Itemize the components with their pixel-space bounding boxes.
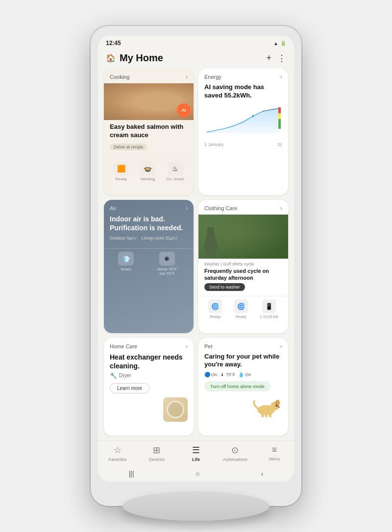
- pet-visual: [198, 391, 288, 422]
- cooking-text: Easy baked salmon with cream sauce Delve…: [104, 120, 194, 158]
- clothing-appliance-icon-1: 🌀: [208, 299, 222, 313]
- pet-status-power: 🔵 On: [204, 372, 217, 377]
- energy-card-header: Energy ›: [198, 69, 288, 83]
- pet-mode-button[interactable]: Turn off home alone mode: [204, 381, 270, 391]
- air-appliance-icon-1: 💨: [118, 252, 134, 266]
- air-appliance-label-1: Smart: [121, 267, 131, 271]
- homecare-card[interactable]: Home Care › Heat exchanger needs cleanin…: [104, 338, 194, 435]
- pet-status: 🔵 On 🌡 75°F 💧 On: [204, 372, 282, 377]
- air-appliance-icon-2: ❄: [159, 252, 175, 266]
- status-time: 12:45: [106, 40, 121, 47]
- cooking-appliances: 🟧 Ready 🍲 Working ♨ On, Smart: [104, 158, 194, 186]
- pet-status-temp-label: 75°F: [226, 372, 235, 377]
- clothing-appliances: 🌀 Ready 🌀 Ready 📱 1:10:03 left: [198, 296, 288, 324]
- devices-icon: ⊞: [153, 445, 160, 456]
- send-to-washer-button[interactable]: Send to washer: [204, 283, 245, 291]
- homecare-title: Heat exchanger needs cleaning.: [110, 353, 188, 370]
- clothing-card[interactable]: Clothing Care › Washer | Golf shirts cyc…: [198, 200, 288, 333]
- chart-end-label: 31: [277, 142, 282, 147]
- svg-rect-11: [265, 413, 268, 417]
- energy-description: AI saving mode has saved 55.2kWh.: [198, 83, 288, 103]
- app-header-left: 🏠 My Home: [106, 52, 163, 64]
- homecare-visual: [104, 397, 194, 427]
- recent-apps-button[interactable]: |||: [129, 470, 134, 478]
- homecare-label: Home Care: [110, 343, 137, 349]
- nav-devices[interactable]: ⊞ Devices: [145, 445, 169, 462]
- pet-status-temp: 🌡 75°F: [220, 372, 235, 377]
- nav-life[interactable]: ☰ Life: [184, 445, 208, 462]
- tablet-stand: [122, 491, 270, 521]
- air-title: Indoor air is bad. Purification is neede…: [104, 215, 194, 232]
- cooking-arrow: ›: [186, 73, 188, 80]
- homecare-card-header: Home Care ›: [104, 338, 194, 353]
- devices-label: Devices: [149, 457, 165, 462]
- air-appliance-label-2: Home 75°F Set 75°F: [155, 267, 179, 276]
- tablet-screen: 12:45 ▲ 🔋 🏠 My Home + ⋮ Cooking: [98, 36, 294, 482]
- clothing-appliance-label-3: 1:10:03 left: [260, 314, 278, 319]
- cooking-appliance-icon-3: ♨: [168, 162, 183, 175]
- cooking-card-header: Cooking ›: [104, 69, 194, 83]
- pet-content: Caring for your pet while you're away. 🔵…: [198, 353, 288, 392]
- clothing-card-header: Clothing Care ›: [198, 200, 288, 215]
- svg-rect-0: [278, 107, 281, 113]
- nav-favorites[interactable]: ☆ Favorites: [105, 445, 130, 462]
- svg-rect-2: [278, 119, 281, 129]
- cooking-ai-badge: AI: [177, 103, 191, 117]
- cooking-image: AI: [104, 83, 194, 120]
- svg-point-3: [251, 115, 254, 118]
- cooking-appliance-1: 🟧 Ready: [113, 162, 129, 181]
- clothing-arrow: ›: [280, 205, 282, 212]
- cooking-appliance-label-3: On, Smart: [166, 177, 184, 181]
- air-card[interactable]: Air › Indoor air is bad. Purification is…: [104, 200, 194, 333]
- learn-more-button[interactable]: Learn more: [110, 383, 149, 393]
- energy-card[interactable]: Energy › AI saving mode has saved 55.2kW…: [198, 69, 288, 195]
- energy-chart: [198, 103, 288, 142]
- favorites-icon: ☆: [114, 445, 122, 456]
- clothing-image: [198, 215, 288, 259]
- add-button[interactable]: +: [266, 53, 271, 64]
- cooking-appliance-label-2: Working: [141, 177, 155, 181]
- home-button[interactable]: ○: [196, 470, 199, 478]
- svg-rect-10: [261, 413, 264, 417]
- system-nav: ||| ○ ‹: [98, 467, 294, 482]
- app-title: My Home: [120, 52, 163, 64]
- air-card-header: Air ›: [104, 200, 194, 215]
- clothing-appliance-icon-2: 🌀: [234, 299, 248, 313]
- life-label: Life: [192, 457, 200, 462]
- cooking-card[interactable]: Cooking › AI Easy baked salmon with crea…: [104, 69, 194, 195]
- life-icon: ☰: [192, 445, 200, 456]
- clothing-text: Washer | Golf shirts cycle Frequently us…: [198, 259, 288, 296]
- signal-icon: ▲: [273, 41, 278, 46]
- homecare-device: 🔧 Dryer: [110, 372, 188, 379]
- status-bar: 12:45 ▲ 🔋: [98, 36, 294, 48]
- svg-point-8: [277, 405, 278, 406]
- homecare-device-name: Dryer: [119, 373, 131, 378]
- nav-automations[interactable]: ⊙ Automations: [223, 445, 247, 462]
- menu-icon: ≡: [272, 445, 277, 455]
- pet-card-header: Pet ›: [198, 338, 288, 353]
- bottom-nav: ☆ Favorites ⊞ Devices ☰ Life ⊙ Automatio…: [98, 440, 294, 467]
- clothing-subtitle: Washer | Golf shirts cycle: [204, 262, 282, 266]
- air-living-room: Living room 31μ/㎥: [141, 236, 178, 241]
- back-button[interactable]: ‹: [261, 470, 264, 478]
- air-arrow: ›: [186, 205, 188, 212]
- automations-icon: ⊙: [231, 445, 239, 456]
- cooking-label: Cooking: [110, 74, 129, 80]
- washer-visual: [163, 397, 188, 422]
- cooking-appliance-2: 🍲 Working: [140, 162, 155, 181]
- favorites-label: Favorites: [108, 457, 126, 462]
- nav-menu[interactable]: ≡ Menu: [262, 445, 287, 462]
- pet-card[interactable]: Pet › Caring for your pet while you're a…: [198, 338, 288, 435]
- washer-drum: [167, 401, 184, 418]
- svg-rect-1: [278, 113, 281, 119]
- air-outdoor: Outdoor 5μ/㎥: [110, 236, 138, 241]
- pet-status-power-label: On: [211, 372, 217, 377]
- menu-button[interactable]: ⋮: [277, 53, 286, 64]
- pet-arrow: ›: [280, 343, 282, 350]
- automations-label: Automations: [223, 457, 247, 462]
- pet-status-water-label: On: [245, 372, 251, 377]
- water-icon: 💧: [238, 372, 244, 377]
- energy-arrow: ›: [280, 73, 282, 80]
- air-appliance-1: 💨 Smart: [118, 252, 134, 276]
- home-icon: 🏠: [106, 53, 116, 63]
